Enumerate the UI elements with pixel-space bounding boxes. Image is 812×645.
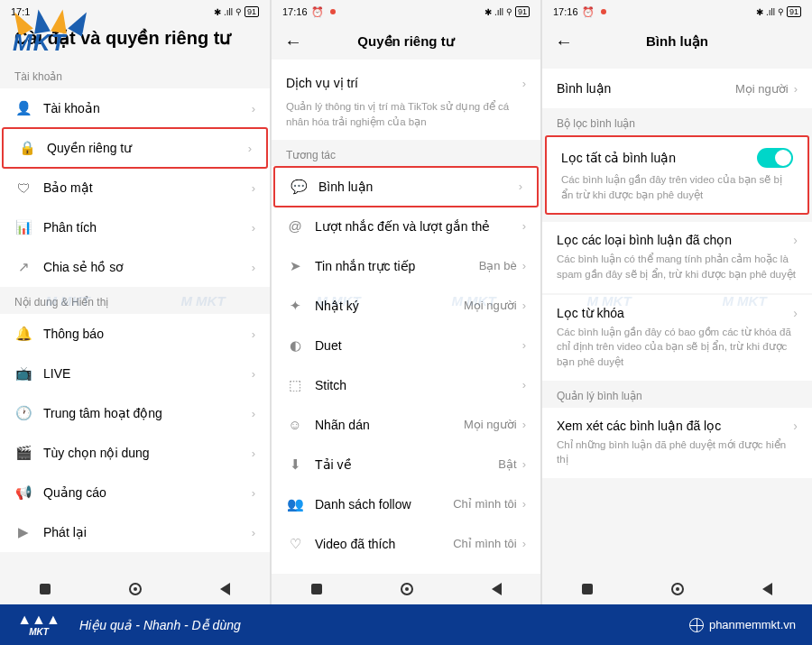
chevron-right-icon: › [522, 77, 526, 90]
back-button[interactable]: ← [284, 32, 302, 52]
row-analytics[interactable]: 📊Phân tích› [0, 207, 270, 247]
filter-keyword-title: Lọc từ khóa [557, 306, 624, 320]
chevron-right-icon: › [794, 82, 798, 96]
row-playback[interactable]: ▶Phát lại› [0, 512, 270, 552]
bell-icon: 🔔 [14, 326, 32, 342]
screen-settings: 17:1 ✱ .ıll ⚲ 91 Cài đặt và quyền riêng … [0, 0, 271, 604]
status-icons: ✱ .ıll ⚲ 91 [756, 6, 801, 17]
nav-home-icon[interactable] [671, 583, 684, 595]
filter-all-title: Lọc tất cả bình luận [561, 151, 676, 165]
status-icons: ✱ .ıll ⚲ 91 [214, 6, 259, 17]
status-time: 17:16 [553, 6, 578, 17]
chevron-right-icon: › [519, 180, 522, 193]
row-security[interactable]: 🛡Bảo mật› [0, 168, 270, 207]
row-account[interactable]: 👤Tài khoản› [0, 88, 270, 128]
stitch-icon: ⬚ [286, 377, 304, 393]
android-nav-bar [542, 574, 812, 604]
row-download[interactable]: ⬇Tải vềBật› [272, 445, 540, 484]
chevron-right-icon: › [252, 221, 255, 235]
section-content-label: Nội dung & Hiển thị [0, 287, 270, 314]
back-button[interactable]: ← [555, 32, 573, 52]
row-notifications[interactable]: 🔔Thông báo› [0, 314, 270, 354]
block-review[interactable]: Xem xét các bình luận đã lọc› Chỉ những … [542, 408, 812, 478]
block-filter-keyword[interactable]: Lọc từ khóa› Các bình luận gần đây có ba… [542, 295, 812, 381]
footer-slogan: Hiệu quả - Nhanh - Dễ dùng [79, 618, 689, 632]
video-icon: 🎬 [14, 445, 32, 461]
status-icons: ✱ .ıll ⚲ 91 [484, 6, 530, 17]
row-comments[interactable]: 💬Bình luận› [273, 166, 539, 207]
chevron-right-icon: › [252, 486, 255, 500]
nav-home-icon[interactable] [129, 583, 142, 595]
chevron-right-icon: › [522, 219, 526, 233]
review-title: Xem xét các bình luận đã lọc [557, 419, 721, 433]
send-icon: ➤ [286, 258, 304, 274]
section-filter-label: Bộ lọc bình luận [542, 108, 812, 135]
globe-icon [689, 618, 704, 632]
filter-keyword-desc: Các bình luận gần đây có bao gồm các từ … [557, 325, 798, 370]
filter-all-toggle[interactable] [757, 148, 793, 168]
row-stitch[interactable]: ⬚Stitch› [272, 365, 540, 405]
live-icon: 📺 [14, 365, 32, 382]
row-location[interactable]: Dịch vụ vị trí› [272, 60, 540, 99]
status-bar: 17:16⏰ ✱ .ıll ⚲ 91 [542, 0, 812, 23]
row-liked[interactable]: ♡Video đã thíchChỉ mình tôi› [272, 524, 540, 564]
people-icon: 👥 [286, 496, 304, 512]
row-live[interactable]: 📺LIVE› [0, 354, 270, 393]
row-comment-who[interactable]: Bình luậnMọi người› [542, 69, 812, 108]
chevron-right-icon: › [793, 306, 798, 320]
header: ← Quyền riêng tư [272, 23, 540, 60]
filter-selected-title: Lọc các loại bình luận đã chọn [557, 233, 732, 247]
chevron-right-icon: › [252, 367, 255, 381]
filter-all-desc: Các bình luận gần đây trên video của bạn… [561, 172, 793, 202]
clock-icon: 🕐 [14, 405, 32, 421]
nav-recent-icon[interactable] [311, 584, 322, 594]
chevron-right-icon: › [522, 338, 526, 352]
row-privacy[interactable]: 🔒Quyền riêng tư› [2, 127, 268, 169]
nav-home-icon[interactable] [401, 583, 413, 595]
block-filter-selected[interactable]: Lọc các loại bình luận đã chọn› Các bình… [542, 222, 812, 292]
section-manage-label: Quản lý bình luận [542, 381, 812, 408]
location-desc: Quản lý thông tin vị trí mà TikTok sử dụ… [272, 99, 540, 140]
sparkle-icon: ✦ [286, 298, 304, 314]
nav-back-icon[interactable] [492, 583, 502, 595]
status-bar: 17:16⏰ ✱ .ıll ⚲ 91 [272, 0, 540, 23]
status-time: 17:1 [11, 6, 30, 17]
row-activity-center[interactable]: 🕐Trung tâm hoạt động› [0, 393, 270, 433]
review-desc: Chỉ những bình luận đã phê duyệt mới đượ… [557, 438, 798, 467]
nav-recent-icon[interactable] [582, 584, 593, 594]
row-mentions[interactable]: @Lượt nhắc đến và lượt gắn thẻ› [272, 207, 540, 246]
block-filter-all[interactable]: Lọc tất cả bình luận Các bình luận gần đ… [545, 135, 809, 215]
chevron-right-icon: › [252, 447, 255, 460]
header-title: Quyền riêng tư [357, 33, 454, 50]
record-icon [330, 9, 336, 14]
shield-icon: 🛡 [14, 180, 32, 196]
screen-privacy: 17:16⏰ ✱ .ıll ⚲ 91 ← Quyền riêng tư Dịch… [271, 0, 541, 604]
row-ads[interactable]: 📢Quảng cáo› [0, 473, 270, 512]
row-share-profile[interactable]: ↗Chia sẻ hồ sơ› [0, 247, 270, 287]
nav-recent-icon[interactable] [40, 584, 51, 594]
lock-icon: 🔒 [18, 140, 36, 156]
section-interaction-label: Tương tác [272, 140, 540, 167]
share-icon: ↗ [14, 259, 32, 275]
footer-url: phanmemmkt.vn [689, 618, 796, 632]
chevron-right-icon: › [252, 102, 255, 115]
alarm-icon: ⏰ [311, 6, 324, 18]
row-followlist[interactable]: 👥Danh sách followChỉ mình tôi› [272, 484, 540, 524]
sticker-icon: ☺ [286, 417, 304, 432]
chevron-right-icon: › [522, 537, 526, 550]
nav-back-icon[interactable] [762, 583, 772, 595]
status-bar: 17:1 ✱ .ıll ⚲ 91 [0, 0, 270, 23]
row-dm[interactable]: ➤Tin nhắn trực tiếpBạn bè› [272, 246, 540, 286]
duet-icon: ◐ [286, 337, 304, 354]
row-sticker[interactable]: ☺Nhãn dánMọi người› [272, 405, 540, 445]
row-duet[interactable]: ◐Duet› [272, 326, 540, 365]
record-icon [601, 9, 606, 14]
nav-back-icon[interactable] [220, 583, 230, 595]
comment-icon: 💬 [290, 179, 308, 195]
row-story[interactable]: ✦Nhật kýMọi người› [272, 286, 540, 326]
status-time: 17:16 [282, 6, 308, 17]
chevron-right-icon: › [522, 497, 526, 511]
chevron-right-icon: › [522, 418, 526, 431]
row-content-prefs[interactable]: 🎬Tùy chọn nội dung› [0, 433, 270, 473]
heart-icon: ♡ [286, 536, 304, 552]
